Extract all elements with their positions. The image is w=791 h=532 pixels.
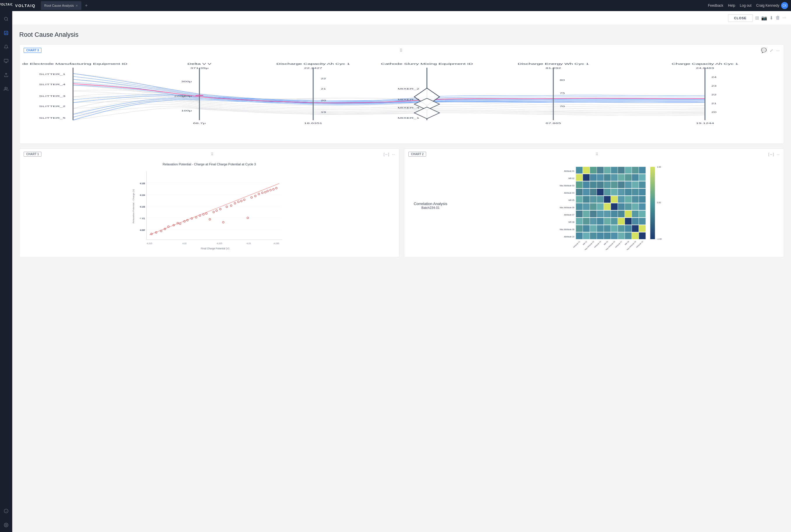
toolbar: CLOSE ⊞ 📷 ⬇ 🗑 ··· — [12, 11, 791, 25]
chart3-badge[interactable]: CHART 3 — [24, 48, 41, 53]
chart1-badge[interactable]: CHART 1 — [24, 152, 41, 157]
svg-text:MR 02: MR 02 — [568, 177, 575, 179]
svg-rect-134 — [625, 167, 632, 173]
svg-rect-200 — [597, 218, 604, 225]
svg-point-92 — [255, 195, 256, 197]
svg-text:Relaxation Potential - Charge : Relaxation Potential - Charge (V) — [132, 189, 135, 223]
svg-rect-208 — [583, 225, 590, 232]
chart3-header: CHART 3 ⠿ 💬 ⤢ ··· — [20, 45, 784, 56]
svg-rect-206 — [639, 218, 646, 225]
chart2-expand-icon[interactable]: [↔] — [768, 152, 774, 156]
svg-point-98 — [273, 188, 274, 190]
svg-text:21: 21 — [711, 102, 717, 104]
svg-point-88 — [240, 200, 243, 202]
svg-text:MR 05: MR 05 — [568, 199, 575, 201]
svg-text:22.2427: 22.2427 — [304, 67, 322, 70]
top-navigation: VOLTAIQ Root Cause Analysis ✕ + Feedback… — [12, 0, 791, 11]
svg-point-0 — [4, 17, 7, 20]
svg-rect-199 — [590, 218, 597, 225]
svg-rect-161 — [604, 189, 611, 195]
svg-text:MR 08: MR 08 — [624, 241, 630, 246]
svg-text:4.215: 4.215 — [147, 242, 152, 245]
svg-point-89 — [244, 199, 245, 201]
svg-rect-167 — [576, 196, 583, 203]
svg-text:Attribute 01: Attribute 01 — [573, 241, 580, 248]
svg-point-6 — [5, 525, 7, 526]
svg-rect-132 — [611, 167, 618, 173]
svg-text:Mac Attribute 03: Mac Attribute 03 — [560, 185, 575, 187]
monitor-icon[interactable]: ⊞ — [755, 15, 759, 21]
sidebar: VOLTAIQ — [0, 0, 12, 532]
user-menu[interactable]: Craig Kennedy CK — [756, 2, 788, 9]
svg-rect-148 — [583, 182, 590, 188]
svg-rect-187 — [576, 211, 583, 217]
main-content: Root Cause Analysis CHART 3 ⠿ 💬 ⤢ ··· — [12, 25, 791, 532]
chart1-drag-handle: ⠿ — [211, 152, 214, 156]
sidebar-settings[interactable] — [2, 521, 10, 529]
svg-point-77 — [203, 213, 205, 215]
svg-rect-219 — [590, 232, 597, 239]
svg-text:19: 19 — [321, 111, 326, 113]
more-options-icon[interactable]: ··· — [776, 48, 779, 53]
camera-icon[interactable]: 📷 — [761, 15, 767, 21]
sidebar-chart[interactable] — [2, 29, 10, 37]
svg-rect-159 — [590, 189, 597, 195]
new-tab-button[interactable]: + — [85, 3, 88, 8]
feedback-link[interactable]: Feedback — [708, 3, 724, 7]
help-link[interactable]: Help — [728, 3, 735, 7]
logout-link[interactable]: Log out — [740, 3, 752, 7]
sidebar-upload[interactable] — [2, 71, 10, 79]
tab-label: Root Cause Analysis — [44, 4, 74, 7]
chart2-badge[interactable]: CHART 2 — [408, 152, 426, 157]
brand-logo: VOLTAIQ — [15, 3, 36, 8]
svg-rect-169 — [590, 196, 597, 203]
svg-text:Attribute 04: Attribute 04 — [564, 192, 575, 194]
svg-rect-149 — [590, 182, 597, 188]
sidebar-users[interactable] — [2, 85, 10, 93]
delete-icon[interactable]: 🗑 — [775, 15, 780, 21]
active-tab[interactable]: Root Cause Analysis ✕ — [41, 1, 82, 10]
svg-rect-160 — [597, 189, 604, 195]
download-icon[interactable]: ⬇ — [769, 15, 773, 21]
svg-text:MR 02: MR 02 — [582, 241, 587, 246]
tab-close[interactable]: ✕ — [76, 4, 78, 7]
chart2-subtitle: Batch234-01 — [410, 206, 451, 209]
svg-rect-194 — [625, 211, 632, 217]
svg-rect-137 — [576, 174, 583, 181]
sidebar-bell[interactable] — [2, 43, 10, 51]
svg-rect-203 — [618, 218, 625, 225]
svg-text:Mac Attribute 06: Mac Attribute 06 — [560, 207, 575, 209]
svg-rect-220 — [597, 232, 604, 239]
chart1-controls: [↔] ··· — [384, 152, 395, 156]
close-button[interactable]: CLOSE — [728, 14, 753, 22]
chart2-more-icon[interactable]: ··· — [777, 152, 779, 156]
svg-point-4 — [5, 87, 6, 89]
svg-text:4.225: 4.225 — [217, 242, 222, 245]
svg-text:Attribute 01: Attribute 01 — [564, 170, 575, 172]
svg-rect-179 — [590, 203, 597, 210]
comment-icon[interactable]: 💬 — [761, 48, 767, 53]
sidebar-search[interactable] — [2, 15, 10, 23]
svg-text:18.6351: 18.6351 — [304, 122, 322, 125]
chart1-more-icon[interactable]: ··· — [392, 152, 395, 156]
sidebar-info[interactable] — [2, 507, 10, 515]
svg-rect-201 — [604, 218, 611, 225]
more-icon[interactable]: ··· — [783, 15, 786, 21]
chart1-expand-icon[interactable]: [↔] — [384, 152, 389, 156]
svg-rect-221 — [604, 232, 611, 239]
svg-rect-237 — [651, 167, 655, 239]
svg-point-78 — [206, 213, 207, 214]
svg-rect-135 — [632, 167, 639, 173]
svg-text:300μ: 300μ — [181, 80, 192, 82]
svg-text:24.0469: 24.0469 — [696, 67, 714, 70]
svg-rect-177 — [576, 203, 583, 210]
svg-text:Attribute 07: Attribute 07 — [564, 214, 575, 216]
svg-rect-146 — [639, 174, 646, 181]
expand-icon[interactable]: ⤢ — [770, 48, 773, 53]
svg-text:-1.00: -1.00 — [657, 238, 662, 240]
svg-text:SLITTER_3: SLITTER_3 — [39, 95, 65, 97]
svg-text:68.7μ: 68.7μ — [193, 122, 206, 125]
sidebar-monitor[interactable] — [2, 57, 10, 65]
svg-rect-216 — [639, 225, 646, 232]
svg-rect-164 — [625, 189, 632, 195]
